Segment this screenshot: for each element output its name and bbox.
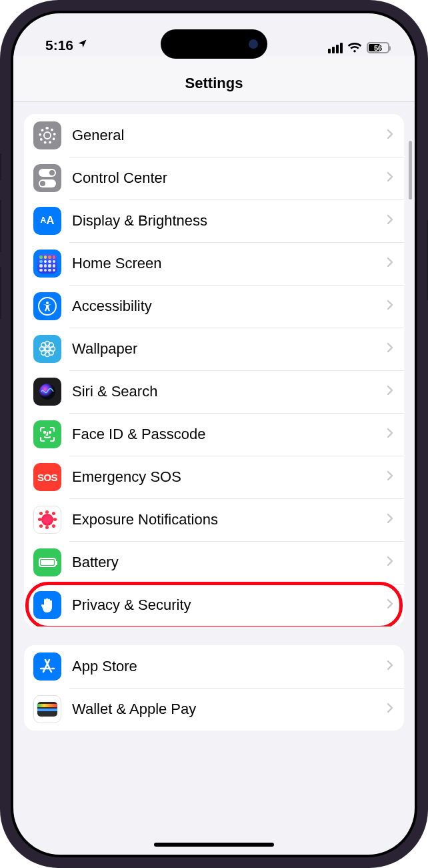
settings-group: App StoreWallet & Apple Pay [24,645,404,731]
mute-switch [0,153,1,180]
settings-row-label: App Store [72,658,387,675]
settings-row-exposure-notifications[interactable]: Exposure Notifications [24,498,404,541]
hand-icon [33,591,61,619]
siri-icon [33,378,61,406]
gear-icon [33,121,61,149]
settings-row-privacy-security[interactable]: Privacy & Security [24,584,404,626]
phone-frame: 5:16 56 Settings [0,0,428,868]
status-time: 5:16 [45,37,73,53]
face-id-icon [33,420,61,448]
chevron-right-icon [387,660,393,673]
settings-row-label: Privacy & Security [72,596,387,614]
settings-row-siri-search[interactable]: Siri & Search [24,370,404,413]
chevron-right-icon [387,129,393,142]
chevron-right-icon [387,171,393,185]
page-title: Settings [13,56,415,102]
chevron-right-icon [387,513,393,526]
battery-icon: 56 [367,42,389,53]
svg-point-11 [44,432,45,433]
chevron-right-icon [387,556,393,569]
settings-row-label: Display & Brightness [72,212,387,230]
settings-row-wallpaper[interactable]: Wallpaper [24,328,404,370]
aa-icon: AA [33,207,61,235]
settings-row-label: Wallet & Apple Pay [72,701,387,718]
location-icon [77,39,87,52]
battery-icon [33,548,61,576]
settings-row-wallet-apple-pay[interactable]: Wallet & Apple Pay [24,688,404,731]
dynamic-island [161,29,267,59]
settings-row-home-screen[interactable]: Home Screen [24,242,404,285]
settings-list[interactable]: GeneralControl CenterAADisplay & Brightn… [13,102,415,854]
chevron-right-icon [387,342,393,356]
app-grid-icon [33,250,61,278]
home-indicator[interactable] [154,843,274,847]
settings-row-label: Emergency SOS [72,468,387,486]
chevron-right-icon [387,300,393,313]
settings-row-display-brightness[interactable]: AADisplay & Brightness [24,199,404,242]
svg-point-1 [45,347,49,351]
scroll-indicator[interactable] [409,141,412,199]
settings-row-label: General [72,127,387,144]
settings-row-label: Wallpaper [72,340,387,358]
settings-row-general[interactable]: General [24,114,404,157]
settings-row-face-id-passcode[interactable]: Face ID & Passcode [24,413,404,456]
virus-icon [33,506,61,534]
settings-row-label: Face ID & Passcode [72,426,387,443]
volume-up-button [0,200,1,252]
switches-icon [33,164,61,192]
accessibility-icon [33,292,61,320]
chevron-right-icon [387,214,393,228]
chevron-right-icon [387,385,393,398]
settings-row-emergency-sos[interactable]: SOSEmergency SOS [24,456,404,498]
settings-group: GeneralControl CenterAADisplay & Brightn… [24,114,404,626]
appstore-icon [33,653,61,681]
chevron-right-icon [387,428,393,441]
screen: 5:16 56 Settings [13,13,415,855]
wifi-icon [347,43,362,53]
svg-point-0 [46,302,49,304]
settings-row-control-center[interactable]: Control Center [24,157,404,199]
chevron-right-icon [387,257,393,270]
settings-row-label: Accessibility [72,298,387,315]
settings-row-app-store[interactable]: App Store [24,645,404,688]
chevron-right-icon [387,703,393,716]
settings-row-battery[interactable]: Battery [24,541,404,584]
cellular-icon [328,43,343,53]
settings-row-label: Home Screen [72,255,387,272]
chevron-right-icon [387,598,393,612]
flower-icon [33,335,61,363]
svg-point-12 [49,432,51,433]
volume-down-button [0,267,1,319]
settings-row-label: Control Center [72,169,387,187]
chevron-right-icon [387,470,393,484]
wallet-icon [33,695,61,723]
settings-row-label: Siri & Search [72,383,387,400]
sos-icon: SOS [33,463,61,491]
settings-row-label: Battery [72,554,387,571]
settings-row-label: Exposure Notifications [72,511,387,528]
settings-row-accessibility[interactable]: Accessibility [24,285,404,328]
